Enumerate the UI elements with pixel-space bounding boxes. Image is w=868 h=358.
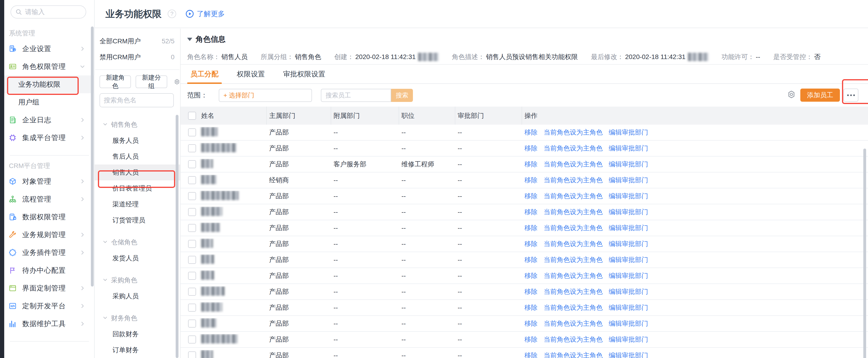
sidebar-item-enterprise-log[interactable]: 企业日志 <box>4 111 95 129</box>
edit-approval-dept-link[interactable]: 编辑审批部门 <box>609 336 648 343</box>
sidebar-item-integration-platform[interactable]: 集成平台管理 <box>4 129 95 147</box>
more-actions-button[interactable] <box>843 89 859 102</box>
role-item[interactable]: 销售人员 <box>95 165 180 180</box>
edit-approval-dept-link[interactable]: 编辑审批部门 <box>609 208 648 215</box>
row-checkbox[interactable] <box>188 208 196 216</box>
remove-link[interactable]: 移除 <box>524 240 537 247</box>
edit-approval-dept-link[interactable]: 编辑审批部门 <box>609 352 648 358</box>
help-icon[interactable]: ? <box>168 9 176 18</box>
role-item[interactable]: 售后人员 <box>95 149 180 165</box>
row-checkbox[interactable] <box>188 256 196 264</box>
sidebar-item-business-rules-management[interactable]: 业务规则管理 <box>4 226 95 244</box>
remove-link[interactable]: 移除 <box>524 272 537 279</box>
edit-approval-dept-link[interactable]: 编辑审批部门 <box>609 145 648 152</box>
remove-link[interactable]: 移除 <box>524 208 537 215</box>
set-primary-role-link[interactable]: 当前角色设为主角色 <box>544 336 602 343</box>
row-checkbox[interactable] <box>188 176 196 184</box>
add-employee-button[interactable]: 添加员工 <box>800 89 840 102</box>
set-primary-role-link[interactable]: 当前角色设为主角色 <box>544 192 602 200</box>
sidebar-item-todo-center-config[interactable]: 待办中心配置 <box>4 262 95 279</box>
row-checkbox[interactable] <box>188 304 196 311</box>
set-primary-role-link[interactable]: 当前角色设为主角色 <box>544 129 602 136</box>
remove-link[interactable]: 移除 <box>524 352 537 358</box>
row-checkbox[interactable] <box>188 224 196 232</box>
sidebar-item-data-permission-management[interactable]: 数据权限管理 <box>4 208 95 226</box>
row-checkbox[interactable] <box>188 320 196 328</box>
table-settings-gear-icon[interactable] <box>787 90 796 99</box>
role-group-label[interactable]: 仓储角色 <box>95 234 180 250</box>
edit-approval-dept-link[interactable]: 编辑审批部门 <box>609 288 648 295</box>
role-group-label[interactable]: 财务角色 <box>95 310 180 326</box>
remove-link[interactable]: 移除 <box>524 176 537 184</box>
role-search-input[interactable]: 搜索角色名 <box>99 93 174 107</box>
edit-approval-dept-link[interactable]: 编辑审批部门 <box>609 192 648 200</box>
role-settings-gear-icon[interactable] <box>174 78 180 86</box>
sidebar-item-role-permission-management[interactable]: 角色权限管理 <box>4 58 95 76</box>
set-primary-role-link[interactable]: 当前角色设为主角色 <box>544 145 602 152</box>
new-role-button[interactable]: 新建角色 <box>99 76 131 88</box>
row-checkbox[interactable] <box>188 160 196 168</box>
role-item[interactable]: 订单财务 <box>95 342 180 358</box>
tab-审批权限设置[interactable]: 审批权限设置 <box>280 65 329 83</box>
role-item[interactable]: 采购人员 <box>95 288 180 304</box>
row-checkbox[interactable] <box>188 192 196 200</box>
set-primary-role-link[interactable]: 当前角色设为主角色 <box>544 272 602 279</box>
set-primary-role-link[interactable]: 当前角色设为主角色 <box>544 160 602 168</box>
remove-link[interactable]: 移除 <box>524 336 537 343</box>
search-button[interactable]: 搜索 <box>391 89 413 102</box>
role-item[interactable]: 回款财务 <box>95 326 180 342</box>
role-list-scrollbar[interactable] <box>176 115 179 358</box>
set-primary-role-link[interactable]: 当前角色设为主角色 <box>544 208 602 215</box>
role-item[interactable]: 发货人员 <box>95 250 180 266</box>
edit-approval-dept-link[interactable]: 编辑审批部门 <box>609 272 648 279</box>
new-group-button[interactable]: 新建分组 <box>135 76 167 88</box>
remove-link[interactable]: 移除 <box>524 288 537 295</box>
edit-approval-dept-link[interactable]: 编辑审批部门 <box>609 304 648 311</box>
row-checkbox[interactable] <box>188 240 196 248</box>
row-checkbox[interactable] <box>188 144 196 152</box>
edit-approval-dept-link[interactable]: 编辑审批部门 <box>609 160 648 168</box>
set-primary-role-link[interactable]: 当前角色设为主角色 <box>544 240 602 247</box>
row-checkbox[interactable] <box>188 272 196 280</box>
set-primary-role-link[interactable]: 当前角色设为主角色 <box>544 256 602 263</box>
set-primary-role-link[interactable]: 当前角色设为主角色 <box>544 176 602 184</box>
set-primary-role-link[interactable]: 当前角色设为主角色 <box>544 304 602 311</box>
role-group-label[interactable]: 销售角色 <box>95 117 180 132</box>
remove-link[interactable]: 移除 <box>524 224 537 232</box>
remove-link[interactable]: 移除 <box>524 160 537 168</box>
sidebar-item-data-maintenance-tools[interactable]: 数据维护工具 <box>4 315 95 333</box>
row-checkbox[interactable] <box>188 128 196 137</box>
row-checkbox[interactable] <box>188 335 196 344</box>
table-scrollbar[interactable] <box>863 149 866 358</box>
sidebar-item-process-management[interactable]: 流程管理 <box>4 190 95 208</box>
role-item[interactable]: 订货管理员 <box>95 212 180 228</box>
row-checkbox[interactable] <box>188 352 196 358</box>
crm-user-stat-row[interactable]: 全部CRM用户52/5 <box>99 33 175 49</box>
remove-link[interactable]: 移除 <box>524 304 537 311</box>
edit-approval-dept-link[interactable]: 编辑审批部门 <box>609 129 648 136</box>
role-item[interactable]: 渠道经理 <box>95 196 180 212</box>
crm-user-stat-row[interactable]: 禁用CRM用户0 <box>99 49 175 65</box>
tab-权限设置[interactable]: 权限设置 <box>234 65 268 83</box>
role-item[interactable]: 价目表管理员 <box>95 180 180 196</box>
set-primary-role-link[interactable]: 当前角色设为主角色 <box>544 288 602 295</box>
sidebar-item-user-group[interactable]: 用户组 <box>4 93 95 111</box>
sidebar-scrollbar[interactable] <box>91 27 94 287</box>
edit-approval-dept-link[interactable]: 编辑审批部门 <box>609 176 648 184</box>
employee-search-input[interactable]: 搜索员工 <box>321 89 391 102</box>
remove-link[interactable]: 移除 <box>524 256 537 263</box>
sidebar-item-business-function-permission[interactable]: 业务功能权限 <box>4 76 95 93</box>
select-department-input[interactable]: + 选择部门 <box>219 89 312 102</box>
collapse-triangle-icon[interactable] <box>187 38 192 41</box>
select-all-checkbox[interactable] <box>188 112 196 120</box>
role-group-label[interactable]: 采购角色 <box>95 272 180 288</box>
learn-more-link[interactable]: 了解更多 <box>186 9 225 19</box>
row-checkbox[interactable] <box>188 288 196 296</box>
role-item[interactable]: 服务人员 <box>95 132 180 149</box>
sidebar-item-object-management[interactable]: 对象管理 <box>4 173 95 190</box>
remove-link[interactable]: 移除 <box>524 129 537 136</box>
remove-link[interactable]: 移除 <box>524 192 537 200</box>
edit-approval-dept-link[interactable]: 编辑审批部门 <box>609 240 648 247</box>
edit-approval-dept-link[interactable]: 编辑审批部门 <box>609 256 648 263</box>
sidebar-item-ui-customization-management[interactable]: 界面定制管理 <box>4 279 95 297</box>
